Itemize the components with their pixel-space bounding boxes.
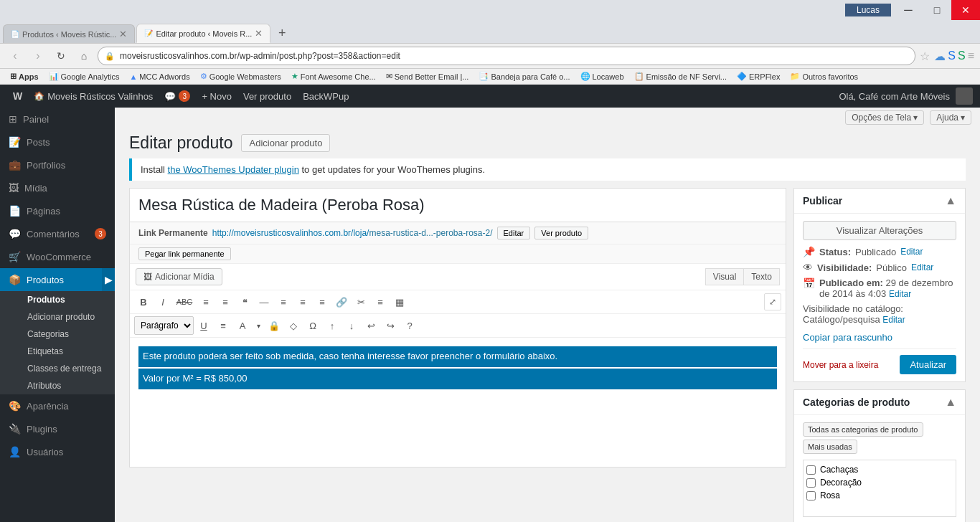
forward-button[interactable]: › bbox=[29, 47, 47, 65]
unlink-button[interactable]: ✂ bbox=[352, 293, 370, 311]
sidebar-item-produtos[interactable]: 📦 Produtos ▶ bbox=[0, 268, 115, 291]
sidebar-item-comentarios[interactable]: 💬 Comentários 3 bbox=[0, 222, 115, 245]
comments-btn[interactable]: 💬 3 bbox=[159, 85, 196, 108]
bookmark-fontawesome[interactable]: ★ Font Awesome Che... bbox=[287, 70, 380, 82]
indent-button[interactable]: ↑ bbox=[323, 316, 341, 335]
sidebar-submenu-atributos[interactable]: Atributos bbox=[0, 377, 115, 394]
extension-cloud[interactable]: ☁ bbox=[934, 49, 946, 63]
address-input[interactable] bbox=[98, 47, 915, 65]
paste-text-button[interactable]: 🔒 bbox=[265, 316, 283, 335]
browser-tab-active[interactable]: 📝 Editar produto ‹ Moveis R... ✕ bbox=[136, 24, 270, 43]
sidebar-item-usuarios[interactable]: 👤 Usuários bbox=[0, 440, 115, 463]
update-button[interactable]: Atualizar bbox=[900, 355, 956, 374]
align-center-button[interactable]: ≡ bbox=[293, 293, 312, 311]
cat-checkbox-cachacas[interactable] bbox=[806, 465, 816, 475]
new-tab-button[interactable]: + bbox=[272, 23, 292, 43]
sidebar-submenu-adicionar[interactable]: Adicionar produto bbox=[0, 308, 115, 326]
align-left-button[interactable]: ≡ bbox=[274, 293, 293, 311]
bookmark-erpflex[interactable]: 🔷 ERPFlex bbox=[732, 70, 784, 82]
underline-button[interactable]: U bbox=[194, 316, 213, 335]
site-name-btn[interactable]: 🏠 Moveis Rústicos Valinhos bbox=[28, 85, 159, 108]
sidebar-submenu-classes[interactable]: Classes de entrega bbox=[0, 360, 115, 377]
reload-button[interactable]: ↻ bbox=[52, 47, 70, 65]
sidebar-item-paginas[interactable]: 📄 Páginas bbox=[0, 199, 115, 222]
product-title-input[interactable] bbox=[130, 189, 786, 222]
back-button[interactable]: ‹ bbox=[6, 47, 24, 65]
screen-options-button[interactable]: Opções de Tela ▾ bbox=[845, 110, 924, 125]
get-permalink-button[interactable]: Pegar link permanente bbox=[138, 247, 231, 260]
text-color-button[interactable]: A bbox=[233, 316, 252, 335]
publish-box-header[interactable]: Publicar ▲ bbox=[794, 189, 965, 214]
redo-button[interactable]: ↪ bbox=[381, 316, 400, 335]
tab-close-inactive[interactable]: ✕ bbox=[119, 29, 127, 39]
browser-tab-inactive[interactable]: 📄 Produtos ‹ Moveis Rústic... ✕ bbox=[3, 24, 135, 43]
sidebar-submenu-produtos[interactable]: Produtos bbox=[0, 291, 115, 308]
copy-draft-link[interactable]: Copiar para rascunho bbox=[803, 332, 892, 343]
sidebar-item-woocommerce[interactable]: 🛒 WooCommerce bbox=[0, 245, 115, 268]
move-trash-link[interactable]: Mover para a lixeira bbox=[803, 360, 878, 370]
tab-visual[interactable]: Visual bbox=[705, 268, 743, 285]
sidebar-submenu-etiquetas[interactable]: Etiquetas bbox=[0, 343, 115, 360]
bookmark-adwords[interactable]: ▲ MCC Adwords bbox=[125, 71, 194, 82]
tab-texto[interactable]: Texto bbox=[743, 268, 780, 285]
bookmark-locaweb[interactable]: 🌐 Locaweb bbox=[576, 70, 628, 82]
bookmark-more[interactable]: 📁 Outros favoritos bbox=[786, 70, 862, 82]
text-color-chevron[interactable]: ▾ bbox=[253, 316, 264, 335]
link-button[interactable]: 🔗 bbox=[332, 293, 351, 311]
help-button[interactable]: Ajuda ▾ bbox=[930, 110, 971, 125]
add-product-button[interactable]: Adicionar produto bbox=[241, 134, 330, 152]
sidebar-item-plugins[interactable]: 🔌 Plugins bbox=[0, 417, 115, 440]
catalog-edit-link[interactable]: Editar bbox=[882, 315, 905, 325]
strikethrough-button[interactable]: ABC bbox=[173, 293, 196, 311]
italic-button[interactable]: I bbox=[154, 293, 172, 311]
maximize-button[interactable]: □ bbox=[923, 0, 951, 20]
sidebar-item-aparencia[interactable]: 🎨 Aparência bbox=[0, 394, 115, 417]
cat-checkbox-decoracao[interactable] bbox=[806, 478, 816, 488]
paragraph-select[interactable]: Parágrafo bbox=[134, 316, 194, 335]
undo-button[interactable]: ↩ bbox=[362, 316, 380, 335]
bookmark-bandeja[interactable]: 📑 Bandeja para Café o... bbox=[474, 70, 574, 82]
sidebar-item-posts[interactable]: 📝 Posts bbox=[0, 130, 115, 153]
permalink-edit-button[interactable]: Editar bbox=[497, 227, 531, 239]
permalink-url[interactable]: http://moveisrusticosvalinhos.com.br/loj… bbox=[212, 228, 493, 238]
close-button[interactable]: ✕ bbox=[951, 0, 980, 20]
sidebar-item-midia[interactable]: 🖼 Mídia bbox=[0, 176, 115, 199]
ordered-list-button[interactable]: ≡ bbox=[216, 293, 235, 311]
visibility-edit-link[interactable]: Editar bbox=[911, 262, 933, 272]
sidebar-item-portfolios[interactable]: 💼 Portfolios bbox=[0, 153, 115, 176]
extension-s1[interactable]: S bbox=[948, 49, 956, 62]
view-product-btn[interactable]: Ver produto bbox=[237, 85, 297, 108]
bookmark-emissao[interactable]: 📋 Emissão de NF Servi... bbox=[630, 70, 731, 82]
visualize-changes-button[interactable]: Visualizar Alterações bbox=[803, 221, 956, 240]
cat-tab-more[interactable]: Mais usadas bbox=[803, 440, 857, 454]
fullscreen-button[interactable]: ▦ bbox=[390, 293, 409, 311]
unordered-list-button[interactable]: ≡ bbox=[197, 293, 215, 311]
cat-tab-all[interactable]: Todas as categorias de produto bbox=[803, 422, 923, 437]
categories-box-header[interactable]: Categorias de produto ▲ bbox=[794, 390, 965, 415]
justify-button[interactable]: ≡ bbox=[214, 316, 232, 335]
bookmark-apps[interactable]: ⊞ Apps bbox=[6, 70, 43, 82]
sidebar-submenu-categorias[interactable]: Categorias bbox=[0, 326, 115, 343]
bookmark-webmasters[interactable]: ⚙ Google Webmasters bbox=[196, 70, 286, 82]
clear-format-button[interactable]: ◇ bbox=[284, 316, 303, 335]
editor-content[interactable]: Este produto poderá ser feito sob medida… bbox=[130, 338, 786, 467]
special-chars-button[interactable]: Ω bbox=[303, 316, 322, 335]
extension-menu[interactable]: ≡ bbox=[968, 49, 974, 62]
minimize-button[interactable]: ─ bbox=[894, 0, 923, 20]
tab-close-active[interactable]: ✕ bbox=[255, 28, 263, 39]
insert-more-button[interactable]: ≡ bbox=[371, 293, 390, 311]
add-media-button[interactable]: 🖼 Adicionar Mídia bbox=[136, 268, 222, 285]
extension-s2[interactable]: S bbox=[958, 49, 966, 62]
wp-logo-btn[interactable]: W bbox=[7, 85, 28, 108]
backwpup-btn[interactable]: BackWPup bbox=[297, 85, 354, 108]
permalink-view-button[interactable]: Ver produto bbox=[534, 227, 588, 239]
cat-checkbox-rosa[interactable] bbox=[806, 491, 816, 500]
outdent-button[interactable]: ↓ bbox=[342, 316, 361, 335]
status-edit-link[interactable]: Editar bbox=[900, 247, 923, 257]
help-toolbar-button[interactable]: ? bbox=[400, 316, 419, 335]
bookmark-analytics[interactable]: 📊 Google Analytics bbox=[44, 70, 124, 82]
hr-button[interactable]: — bbox=[255, 293, 273, 311]
bookmark-email[interactable]: ✉ Send Better Email |... bbox=[382, 70, 473, 82]
sidebar-item-painel[interactable]: ⊞ Painel bbox=[0, 108, 115, 130]
notice-link[interactable]: the WooThemes Updater plugin bbox=[168, 164, 299, 175]
